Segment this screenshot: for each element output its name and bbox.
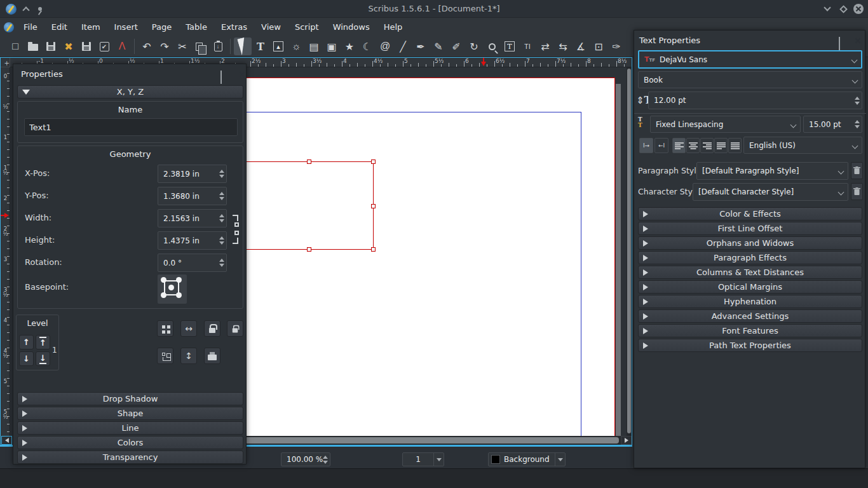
menu-insert[interactable]: Insert [107, 18, 145, 36]
basepoint-top-left[interactable] [161, 277, 166, 283]
align-justify-button[interactable] [714, 138, 728, 153]
copy-item-properties-button[interactable]: ⊡ [590, 37, 607, 55]
lock-size-button[interactable] [227, 320, 243, 337]
flip-horizontal-button[interactable]: ↔ [180, 320, 197, 337]
right-to-left-button[interactable]: ←I [654, 138, 668, 153]
page-number-spinbox[interactable]: 1 [402, 452, 444, 466]
section-shape[interactable]: Shape [17, 407, 243, 420]
edit-text-story-editor-button[interactable]: TI [519, 37, 536, 55]
insert-freehand-line-button[interactable]: ✎ [430, 37, 447, 55]
linespacing-spinbox[interactable]: 15.00 pt [803, 116, 862, 133]
copy-button[interactable] [191, 37, 209, 55]
menu-windows[interactable]: Windows [326, 18, 377, 36]
flip-vertical-button[interactable]: ↕ [180, 348, 197, 364]
align-right-button[interactable] [700, 138, 714, 153]
zoom-button[interactable] [483, 37, 501, 55]
menu-item[interactable]: Item [74, 18, 107, 36]
frame-handle-bottom-mid[interactable] [307, 247, 311, 252]
section-color-effects[interactable]: Color & Effects [638, 207, 862, 220]
basepoint-bottom-left[interactable] [161, 292, 166, 298]
frame-handle-mid-right[interactable] [371, 204, 376, 208]
insert-shape-button[interactable]: ▣ [323, 37, 341, 55]
align-force-justify-button[interactable] [728, 138, 742, 153]
scroll-left-button[interactable] [1, 436, 12, 445]
section-colors[interactable]: Colors [17, 436, 243, 449]
frame-handle-bottom-right[interactable] [371, 247, 376, 252]
ypos-spinbox[interactable]: 1.3680 in [158, 187, 227, 205]
menu-view[interactable]: View [254, 18, 288, 36]
font-family-selector[interactable]: TTF DejaVu Sans [638, 50, 862, 69]
eye-dropper-button[interactable]: ✑ [607, 37, 625, 55]
section-optical-margins[interactable]: Optical Margins [638, 280, 862, 294]
select-item-button[interactable] [234, 37, 252, 55]
insert-spiral-button[interactable]: @ [376, 37, 394, 55]
basepoint-top-right[interactable] [176, 277, 182, 283]
menu-table[interactable]: Table [179, 18, 214, 36]
insert-arc-button[interactable]: ☾ [358, 37, 376, 55]
rotate-item-button[interactable]: ↻ [465, 37, 483, 55]
xpos-spinbox[interactable]: 2.3819 in [158, 165, 227, 183]
basepoint-center[interactable] [168, 285, 174, 290]
rotation-spinbox[interactable]: 0.0 ° [158, 254, 227, 272]
enable-printing-button[interactable] [204, 348, 220, 364]
preflight-verifier-button[interactable]: ✔ [95, 37, 113, 55]
align-center-button[interactable] [686, 138, 700, 153]
cut-button[interactable]: ✂ [173, 37, 191, 55]
new-document-button[interactable]: □ [6, 37, 24, 55]
insert-bezier-curve-button[interactable]: ✒ [412, 37, 430, 55]
unlink-text-frames-button[interactable]: ⇆ [554, 37, 572, 55]
raise-level-button[interactable]: ↑ [19, 335, 34, 349]
remove-paragraph-style-button[interactable] [851, 162, 863, 179]
properties-float-button[interactable] [220, 71, 222, 83]
section-paragraph-effects[interactable]: Paragraph Effects [638, 251, 862, 264]
basepoint-bottom-right[interactable] [176, 292, 182, 298]
insert-image-frame-button[interactable]: ▴ [269, 37, 287, 55]
section-font-features[interactable]: Font Features [638, 324, 862, 337]
insert-polygon-button[interactable]: ★ [341, 37, 358, 55]
section-line[interactable]: Line [17, 421, 243, 435]
lower-to-bottom-button[interactable]: ↓ [36, 351, 50, 366]
paste-button[interactable]: ↓ [209, 37, 227, 55]
menu-edit[interactable]: Edit [44, 18, 74, 36]
insert-calligraphic-line-button[interactable]: ✐ [447, 37, 465, 55]
item-name-input[interactable] [24, 118, 238, 136]
insert-text-frame-button[interactable]: T [252, 37, 269, 55]
align-left-button[interactable] [672, 138, 686, 153]
section-path-text-properties[interactable]: Path Text Properties [638, 339, 862, 352]
menu-extras[interactable]: Extras [214, 18, 254, 36]
section-xyz[interactable]: X, Y, Z [17, 85, 243, 98]
open-document-button[interactable] [24, 37, 42, 55]
undo-button[interactable]: ↶ [138, 37, 156, 55]
selected-text-frame[interactable] [244, 161, 374, 250]
lower-level-button[interactable]: ↓ [19, 351, 34, 366]
section-transparency[interactable]: Transparency [17, 451, 243, 464]
menu-page[interactable]: Page [145, 18, 179, 36]
save-document-button[interactable] [42, 37, 60, 55]
font-style-selector[interactable]: Book [638, 71, 862, 88]
zoom-level-spinbox[interactable]: 100.00 % [281, 452, 330, 466]
text-properties-float-button[interactable] [839, 37, 840, 50]
language-selector[interactable]: English (US) [743, 137, 862, 154]
raise-to-top-button[interactable]: ↑ [36, 335, 50, 349]
section-advanced-settings[interactable]: Advanced Settings [638, 309, 862, 323]
edit-contents-button[interactable]: T [501, 37, 519, 55]
menu-script[interactable]: Script [288, 18, 326, 36]
character-style-selector[interactable]: [Default Character Style] [693, 183, 848, 201]
group-button[interactable] [157, 320, 173, 337]
lock-item-button[interactable] [204, 320, 220, 337]
basepoint-selector[interactable] [158, 274, 187, 304]
remove-character-style-button[interactable] [851, 183, 863, 200]
left-to-right-button[interactable]: I→ [639, 138, 653, 153]
linespacing-mode-selector[interactable]: Fixed Linespacing [650, 116, 801, 133]
section-columns-text-distances[interactable]: Columns & Text Distances [638, 266, 862, 279]
layer-selector[interactable]: Background [488, 452, 566, 466]
ruler-origin[interactable]: + [1, 58, 10, 67]
paragraph-style-selector[interactable]: [Default Paragraph Style] [696, 162, 848, 180]
frame-handle-top-right[interactable] [371, 159, 376, 164]
width-spinbox[interactable]: 2.1563 in [158, 209, 227, 227]
vertical-scrollbar[interactable] [627, 67, 632, 436]
link-text-frames-button[interactable]: ⇄ [536, 37, 554, 55]
insert-line-button[interactable]: ╱ [394, 37, 412, 55]
frame-handle-top-mid[interactable] [307, 159, 311, 164]
section-drop-shadow[interactable]: Drop Shadow [17, 392, 243, 405]
